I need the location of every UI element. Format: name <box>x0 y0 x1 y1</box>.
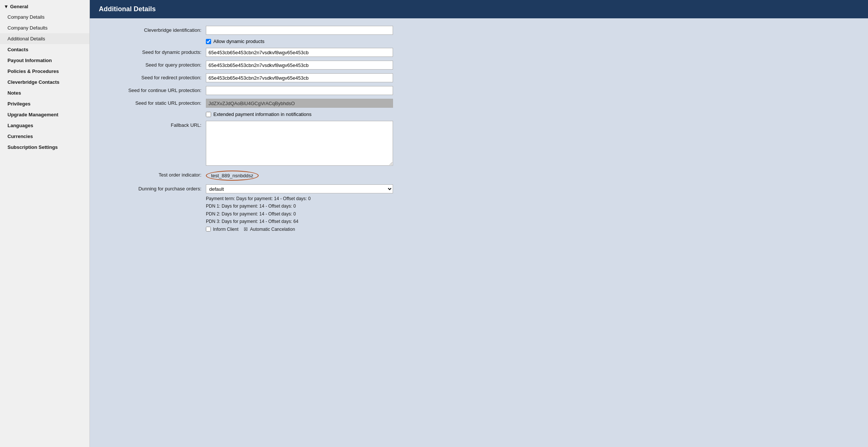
allow-dynamic-checkbox[interactable] <box>206 39 211 44</box>
sidebar-item-contacts[interactable]: Contacts <box>0 44 89 55</box>
chevron-down-icon: ▼ <box>4 4 9 9</box>
fallback-url-label: Fallback URL: <box>101 121 206 128</box>
seed-redirect-input[interactable] <box>206 73 393 82</box>
seed-static-control <box>206 99 393 108</box>
allow-dynamic-row: Allow dynamic products <box>101 39 857 44</box>
test-order-value: test_889_nsnbddsz <box>206 171 259 181</box>
page-header: Additional Details <box>90 0 868 18</box>
seed-dynamic-input[interactable] <box>206 48 393 57</box>
cleverbridge-id-row: Cleverbridge identification: <box>101 26 857 35</box>
seed-static-input[interactable] <box>206 99 393 108</box>
sidebar-item-languages[interactable]: Languages <box>0 120 89 131</box>
extended-payment-label: Extended payment information in notifica… <box>213 111 311 117</box>
seed-continue-label: Seed for continue URL protection: <box>101 86 206 93</box>
dunning-info-line-5: Inform Client ☒ Automatic Cancelation <box>206 226 393 233</box>
inform-client-checkbox[interactable] <box>206 227 211 232</box>
fallback-url-row: Fallback URL: <box>101 121 857 167</box>
test-order-row: Test order indicator: test_889_nsnbddsz <box>101 171 857 181</box>
sidebar-item-payout-information[interactable]: Payout Information <box>0 55 89 66</box>
seed-query-row: Seed for query protection: <box>101 61 857 70</box>
main-content: Additional Details Cleverbridge identifi… <box>90 0 868 447</box>
sidebar-item-company-defaults[interactable]: Company Defaults <box>0 22 89 33</box>
seed-static-row: Seed for static URL protection: <box>101 99 857 108</box>
seed-query-control <box>206 61 393 70</box>
sidebar-item-subscription-settings[interactable]: Subscription Settings <box>0 142 89 153</box>
sidebar-item-policies-procedures[interactable]: Policies & Procedures <box>0 66 89 77</box>
dunning-info: Payment term: Days for payment: 14 - Off… <box>206 195 393 233</box>
seed-static-label: Seed for static URL protection: <box>101 99 206 106</box>
allow-dynamic-label: Allow dynamic products <box>213 39 265 44</box>
cleverbridge-id-label: Cleverbridge identification: <box>101 26 206 33</box>
dunning-info-line-4: PDN 3: Days for payment: 14 - Offset day… <box>206 218 393 225</box>
test-order-control: test_889_nsnbddsz <box>206 171 393 181</box>
sidebar-group-general: ▼ General <box>0 0 89 12</box>
content-area: Cleverbridge identification: Allow dynam… <box>90 18 868 447</box>
dunning-info-line-3: PDN 2: Days for payment: 14 - Offset day… <box>206 210 393 218</box>
automatic-cancelation-label: Automatic Cancelation <box>250 226 295 233</box>
seed-dynamic-control <box>206 48 393 57</box>
sidebar-item-currencies[interactable]: Currencies <box>0 131 89 142</box>
seed-dynamic-label: Seed for dynamic products: <box>101 48 206 55</box>
cleverbridge-id-control <box>206 26 393 35</box>
sidebar-item-upgrade-management[interactable]: Upgrade Management <box>0 109 89 120</box>
sidebar-item-company-details[interactable]: Company Details <box>0 12 89 22</box>
seed-continue-row: Seed for continue URL protection: <box>101 86 857 95</box>
sidebar-item-cleverbridge-contacts[interactable]: Cleverbridge Contacts <box>0 77 89 88</box>
seed-query-input[interactable] <box>206 61 393 70</box>
fallback-url-textarea[interactable] <box>206 121 393 166</box>
seed-query-label: Seed for query protection: <box>101 61 206 68</box>
test-order-label: Test order indicator: <box>101 171 206 178</box>
dunning-row: Dunning for purchase orders: default Pay… <box>101 184 857 233</box>
seed-redirect-control <box>206 73 393 82</box>
extended-payment-checkbox[interactable] <box>206 112 211 117</box>
cleverbridge-id-input[interactable] <box>206 26 393 35</box>
sidebar-item-privileges[interactable]: Privileges <box>0 98 89 109</box>
seed-redirect-label: Seed for redirect protection: <box>101 73 206 80</box>
seed-redirect-row: Seed for redirect protection: <box>101 73 857 82</box>
sidebar-item-additional-details[interactable]: Additional Details <box>0 33 89 44</box>
seed-continue-control <box>206 86 393 95</box>
fallback-url-control <box>206 121 393 167</box>
dunning-info-line-2: PDN 1: Days for payment: 14 - Offset day… <box>206 202 393 210</box>
sidebar-item-notes[interactable]: Notes <box>0 88 89 98</box>
dunning-label: Dunning for purchase orders: <box>101 184 206 192</box>
page-title: Additional Details <box>99 5 156 13</box>
sidebar-group-label: General <box>10 4 28 9</box>
seed-continue-input[interactable] <box>206 86 393 95</box>
seed-dynamic-row: Seed for dynamic products: <box>101 48 857 57</box>
dunning-control: default Payment term: Days for payment: … <box>206 184 393 233</box>
dunning-info-line-1: Payment term: Days for payment: 14 - Off… <box>206 195 393 202</box>
auto-cancel-icon: ☒ <box>244 226 248 233</box>
extended-payment-row: Extended payment information in notifica… <box>101 111 857 117</box>
sidebar: ▼ General Company DetailsCompany Default… <box>0 0 90 447</box>
inform-client-label: Inform Client <box>213 226 238 233</box>
dunning-select[interactable]: default <box>206 184 393 193</box>
